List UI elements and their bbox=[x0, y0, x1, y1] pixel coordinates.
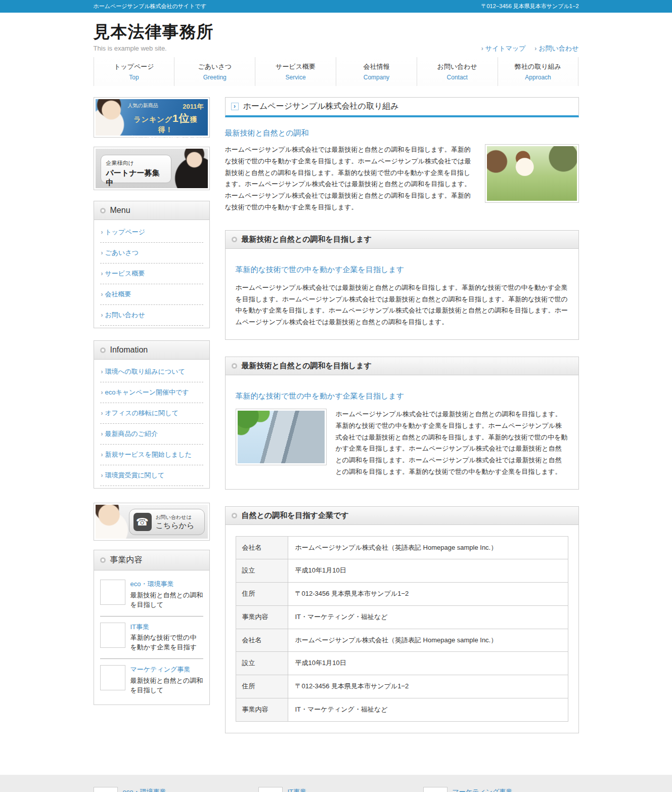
site-description: ホームページサンプル株式会社のサイトです bbox=[94, 3, 207, 10]
business-link-it[interactable]: IT事業 bbox=[130, 623, 150, 631]
sidebar-item-contact[interactable]: ›お問い合わせ bbox=[100, 305, 203, 326]
table-row: 事業内容IT・マーケティング・福祉など bbox=[236, 605, 568, 629]
main-content: › ホームページサンプル株式会社の取り組み 最新技術と自然との調和 ホームページ… bbox=[225, 97, 579, 733]
chevron-right-icon: › bbox=[101, 430, 103, 437]
intro-photo bbox=[485, 144, 579, 203]
ring-icon bbox=[232, 363, 237, 369]
table-row: 設立平成10年1月10日 bbox=[236, 559, 568, 583]
sidebar-item-company[interactable]: ›会社概要 bbox=[100, 284, 203, 305]
top-utility-bar: ホームページサンプル株式会社のサイトです 〒012−3456 見本県見本市サンプ… bbox=[0, 0, 672, 13]
chevron-right-icon: › bbox=[101, 389, 103, 396]
header: 見本法律事務所 This is example web site. ›サイトマッ… bbox=[94, 13, 579, 57]
table-row: 設立平成10年1月10日 bbox=[236, 652, 568, 675]
site-title: 見本法律事務所 bbox=[94, 21, 579, 43]
company-address: 〒012−3456 見本県見本市サンプル1−2 bbox=[481, 3, 579, 10]
ring-icon bbox=[232, 237, 237, 242]
contact-banner-photo: ☎ お問い合わせは こちらから bbox=[96, 505, 208, 539]
footer-link-it[interactable]: IT事業 bbox=[288, 788, 307, 792]
footer-thumb-it bbox=[258, 787, 283, 792]
page-title-bar: › ホームページサンプル株式会社の取り組み bbox=[225, 97, 579, 117]
sitemap-link[interactable]: ›サイトマップ bbox=[481, 45, 526, 52]
info-item-environment[interactable]: ›環境への取り組みについて bbox=[100, 362, 203, 382]
building-photo bbox=[236, 409, 327, 465]
sidebar-item-top[interactable]: ›トップページ bbox=[100, 222, 203, 243]
chevron-right-icon: › bbox=[101, 368, 103, 375]
company-info-table: 会社名ホームページサンプル株式会社（英語表記 Homepage sample I… bbox=[236, 536, 568, 722]
business-box: 事業内容 eco・環境事業 最新技術と自然との調和を目指して IT事業 bbox=[94, 550, 210, 705]
ring-icon bbox=[232, 513, 237, 518]
information-box-title: Infomation bbox=[110, 345, 148, 355]
sidebar-item-greeting[interactable]: ›ごあいさつ bbox=[100, 243, 203, 263]
footer-col-it: IT事業 革新的で先鋭的な最新技術で世の中を動かす企業を目指します。 bbox=[258, 787, 414, 792]
nav-item-contact[interactable]: お問い合わせ Contact bbox=[417, 57, 498, 86]
chevron-right-icon: › bbox=[101, 312, 103, 319]
nav-item-top[interactable]: トップページ Top bbox=[94, 57, 175, 86]
menu-box: Menu ›トップページ ›ごあいさつ ›サービス概要 ›会社概要 ›お問い合わ… bbox=[94, 201, 210, 328]
nav-item-greeting[interactable]: ごあいさつ Greeting bbox=[174, 57, 255, 86]
intro-block: ホームページサンプル株式会社では最新技術と自然との調和を目指します。革新的な技術… bbox=[225, 144, 579, 213]
section-title: 最新技術と自然との調和を目指します bbox=[242, 361, 372, 371]
business-link-eco[interactable]: eco・環境事業 bbox=[130, 580, 174, 588]
ranking-banner[interactable]: 人気の新商品 2011年 ランキング1位獲得！ 詳しくはお問い合わせください bbox=[94, 97, 210, 138]
business-link-marketing[interactable]: マーケティング事業 bbox=[130, 666, 191, 673]
table-row: 会社名ホームページサンプル株式会社（英語表記 Homepage sample I… bbox=[236, 536, 568, 559]
table-row: 会社名ホームページサンプル株式会社（英語表記 Homepage sample I… bbox=[236, 629, 568, 652]
business-thumb-marketing bbox=[100, 665, 125, 690]
chevron-right-icon: › bbox=[101, 249, 103, 256]
ring-icon bbox=[100, 557, 106, 563]
intro-heading: 最新技術と自然との調和 bbox=[225, 128, 579, 138]
sidebar-item-service[interactable]: ›サービス概要 bbox=[100, 263, 203, 284]
footer-col-eco: eco・環境事業 ホームページサンプル株式会社では最新技術と自然との調和を目指し… bbox=[94, 787, 249, 792]
info-item-eco-campaign[interactable]: ›ecoキャンペーン開催中です bbox=[100, 382, 203, 403]
header-links: ›サイトマップ ›お問い合わせ bbox=[474, 44, 579, 53]
chevron-right-icon: › bbox=[481, 45, 483, 52]
ring-icon bbox=[100, 347, 106, 353]
info-item-office-move[interactable]: ›オフィスの移転に関して bbox=[100, 403, 203, 424]
business-item-eco: eco・環境事業 最新技術と自然との調和を目指して bbox=[100, 574, 203, 617]
partner-banner[interactable]: 企業様向け パートナー募集中 bbox=[94, 147, 210, 190]
ranking-banner-photo: 人気の新商品 2011年 ランキング1位獲得！ 詳しくはお問い合わせください bbox=[96, 99, 208, 136]
partner-banner-photo: 企業様向け パートナー募集中 bbox=[96, 149, 208, 188]
business-item-it: IT事業 革新的な技術で世の中を動かす企業を目指す bbox=[100, 617, 203, 659]
ring-icon bbox=[100, 208, 106, 213]
chevron-right-icon: › bbox=[101, 229, 103, 236]
section-company-table: 自然との調和を目指す企業です 会社名ホームページサンプル株式会社（英語表記 Ho… bbox=[225, 506, 579, 733]
business-thumb-eco bbox=[100, 580, 125, 605]
section-harmony-1: 最新技術と自然との調和を目指します 革新的な技術で世の中を動かす企業を目指します… bbox=[225, 230, 579, 340]
footer-link-eco[interactable]: eco・環境事業 bbox=[123, 788, 166, 792]
chevron-right-icon: › bbox=[101, 451, 103, 458]
contact-link[interactable]: ›お問い合わせ bbox=[534, 45, 578, 52]
nav-item-company[interactable]: 会社情報 Company bbox=[336, 57, 417, 86]
footer: eco・環境事業 ホームページサンプル株式会社では最新技術と自然との調和を目指し… bbox=[0, 775, 672, 792]
contact-phone-banner[interactable]: ☎ お問い合わせは こちらから bbox=[94, 503, 210, 541]
page-title: ホームページサンプル株式会社の取り組み bbox=[243, 101, 399, 112]
info-item-new-products[interactable]: ›最新商品のご紹介 bbox=[100, 424, 203, 445]
footer-thumb-eco bbox=[94, 787, 118, 792]
menu-box-title: Menu bbox=[110, 206, 130, 215]
nav-item-approach[interactable]: 弊社の取り組み Approach bbox=[498, 57, 579, 86]
table-row: 住所〒012-3456 見本県見本市サンプル1−2 bbox=[236, 583, 568, 606]
section-subheading: 革新的な技術で世の中を動かす企業を目指します bbox=[236, 389, 568, 403]
info-item-new-service[interactable]: ›新規サービスを開始しました bbox=[100, 445, 203, 465]
nav-item-service[interactable]: サービス概要 Service bbox=[255, 57, 336, 86]
section-harmony-2: 最新技術と自然との調和を目指します 革新的な技術で世の中を動かす企業を目指します… bbox=[225, 357, 579, 490]
chevron-right-icon: › bbox=[101, 410, 103, 417]
sidebar: 人気の新商品 2011年 ランキング1位獲得！ 詳しくはお問い合わせください 企… bbox=[94, 97, 210, 733]
page: ホームページサンプル株式会社のサイトです 〒012−3456 見本県見本市サンプ… bbox=[0, 0, 672, 792]
chevron-right-icon: › bbox=[101, 270, 103, 277]
footer-col-marketing: マーケティング事業 ホームページサンプル株式会社では最新技術と自然との調和を目指… bbox=[423, 787, 579, 792]
chevron-right-icon: › bbox=[101, 472, 103, 479]
section-paragraph: ホームページサンプル株式会社では最新技術と自然との調和を目指します。革新的な技術… bbox=[236, 282, 568, 328]
information-box: Infomation ›環境への取り組みについて ›ecoキャンペーン開催中です… bbox=[94, 340, 210, 489]
section-subheading: 革新的な技術で世の中を動かす企業を目指します bbox=[236, 263, 568, 276]
table-row: 住所〒012-3456 見本県見本市サンプル1−2 bbox=[236, 675, 568, 698]
global-nav: トップページ Top ごあいさつ Greeting サービス概要 Service… bbox=[94, 57, 579, 86]
footer-thumb-marketing bbox=[423, 787, 447, 792]
business-item-marketing: マーケティング事業 最新技術と自然との調和を目指して bbox=[100, 659, 203, 701]
info-item-award[interactable]: ›環境賞受賞に関して bbox=[100, 465, 203, 486]
title-chevron-icon: › bbox=[231, 103, 239, 110]
phone-icon: ☎ bbox=[133, 513, 152, 531]
business-box-title: 事業内容 bbox=[110, 555, 143, 565]
footer-link-marketing[interactable]: マーケティング事業 bbox=[453, 788, 513, 792]
section-title: 自然との調和を目指す企業です bbox=[242, 511, 349, 520]
